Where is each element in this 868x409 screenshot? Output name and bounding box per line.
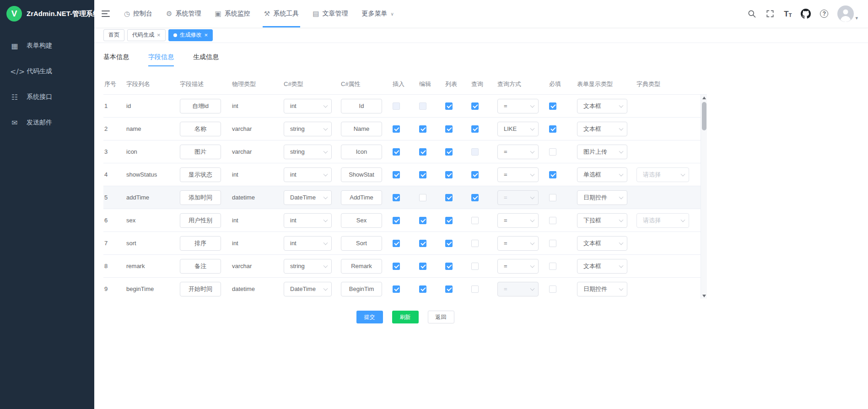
csharp-property-input[interactable]: Sex [341, 213, 382, 228]
csharp-property-input[interactable]: Remark [341, 259, 382, 274]
tab-gen-info[interactable]: 生成信息 [193, 50, 219, 66]
query-mode-select[interactable]: = [497, 213, 539, 228]
scrollbar-thumb[interactable] [702, 102, 706, 130]
scrollbar-down-arrow[interactable] [701, 292, 707, 299]
list-checkbox[interactable] [445, 125, 453, 133]
edit-checkbox[interactable] [419, 194, 426, 201]
required-checkbox[interactable] [549, 171, 556, 178]
insert-checkbox[interactable] [393, 148, 400, 156]
query-mode-select[interactable]: = [497, 167, 539, 182]
csharp-type-select[interactable]: int [284, 99, 332, 113]
nav-item-more-menu[interactable]: 更多菜单∨ [355, 0, 400, 27]
font-size-icon[interactable]: TT [784, 10, 792, 18]
insert-checkbox[interactable] [393, 217, 400, 224]
edit-checkbox[interactable] [419, 125, 426, 133]
sidebar-item-system-api[interactable]: ☷系统接口 [0, 84, 94, 110]
required-checkbox[interactable] [549, 125, 556, 133]
csharp-property-input[interactable]: Name [341, 122, 382, 136]
insert-checkbox[interactable] [393, 240, 400, 247]
fullscreen-icon[interactable] [766, 9, 775, 18]
sidebar-item-send-mail[interactable]: ✉发送邮件 [0, 110, 94, 135]
field-description-input[interactable]: 自增id [180, 99, 221, 113]
tag-代码生成[interactable]: 代码生成× [127, 29, 166, 41]
csharp-type-select[interactable]: string [284, 122, 332, 136]
display-type-select[interactable]: 单选框 [577, 167, 627, 182]
github-icon[interactable] [801, 9, 811, 19]
display-type-select[interactable]: 文本框 [577, 259, 627, 274]
field-description-input[interactable]: 名称 [180, 122, 221, 136]
required-checkbox[interactable] [549, 148, 556, 156]
list-checkbox[interactable] [445, 171, 453, 178]
list-checkbox[interactable] [445, 194, 453, 201]
nav-item-system-monitor[interactable]: ▣系统监控 [208, 0, 257, 27]
csharp-type-select[interactable]: int [284, 236, 332, 251]
field-description-input[interactable]: 排序 [180, 236, 221, 251]
tag-生成修改[interactable]: 生成修改× [168, 29, 213, 41]
list-checkbox[interactable] [445, 263, 453, 270]
query-checkbox[interactable] [471, 125, 479, 133]
required-checkbox[interactable] [549, 194, 556, 201]
help-icon[interactable]: ? [820, 10, 828, 18]
back-button[interactable]: 返回 [428, 311, 454, 323]
csharp-type-select[interactable]: int [284, 167, 332, 182]
sidebar-toggle-button[interactable] [94, 0, 117, 27]
list-checkbox[interactable] [445, 102, 453, 110]
csharp-property-input[interactable]: BeginTim [341, 282, 382, 296]
edit-checkbox[interactable] [419, 148, 426, 156]
tab-field-info[interactable]: 字段信息 [148, 50, 174, 66]
nav-item-article-manage[interactable]: ▤文章管理 [306, 0, 355, 27]
search-icon[interactable] [747, 9, 756, 18]
query-checkbox[interactable] [471, 171, 479, 178]
required-checkbox[interactable] [549, 285, 556, 293]
edit-checkbox[interactable] [419, 240, 426, 247]
field-description-input[interactable]: 显示状态 [180, 167, 221, 182]
display-type-select[interactable]: 图片上传 [577, 145, 627, 159]
csharp-property-input[interactable]: Id [341, 99, 382, 113]
edit-checkbox[interactable] [419, 217, 426, 224]
query-mode-select[interactable]: = [497, 145, 539, 159]
list-checkbox[interactable] [445, 148, 453, 156]
display-type-select[interactable]: 文本框 [577, 122, 627, 136]
field-description-input[interactable]: 图片 [180, 145, 221, 159]
field-description-input[interactable]: 备注 [180, 259, 221, 274]
field-description-input[interactable]: 添加时间 [180, 190, 221, 205]
query-mode-select[interactable]: = [497, 259, 539, 274]
edit-checkbox[interactable] [419, 263, 426, 270]
close-icon[interactable]: × [205, 32, 208, 38]
scrollbar-up-arrow[interactable] [701, 95, 707, 101]
display-type-select[interactable]: 文本框 [577, 236, 627, 251]
edit-checkbox[interactable] [419, 171, 426, 178]
csharp-type-select[interactable]: DateTime [284, 190, 332, 205]
query-mode-select[interactable]: = [497, 236, 539, 251]
display-type-select[interactable]: 日期控件 [577, 282, 627, 296]
required-checkbox[interactable] [549, 263, 556, 270]
csharp-property-input[interactable]: Icon [341, 145, 382, 159]
insert-checkbox[interactable] [393, 194, 400, 201]
query-checkbox[interactable] [471, 240, 479, 247]
list-checkbox[interactable] [445, 240, 453, 247]
query-checkbox[interactable] [471, 285, 479, 293]
sidebar-item-code-gen[interactable]: </>代码生成 [0, 59, 94, 84]
csharp-property-input[interactable]: Sort [341, 236, 382, 251]
csharp-type-select[interactable]: DateTime [284, 282, 332, 296]
insert-checkbox[interactable] [393, 125, 400, 133]
dict-type-select[interactable]: 请选择 [636, 213, 689, 228]
nav-item-system-tools[interactable]: ⚒系统工具 [257, 0, 306, 27]
csharp-property-input[interactable]: AddTime [341, 190, 382, 205]
nav-item-system-manage[interactable]: ⚙系统管理 [159, 0, 208, 27]
list-checkbox[interactable] [445, 285, 453, 293]
sidebar-item-form-build[interactable]: ▦表单构建 [0, 33, 94, 59]
edit-checkbox[interactable] [419, 285, 426, 293]
close-icon[interactable]: × [157, 32, 161, 38]
insert-checkbox[interactable] [393, 171, 400, 178]
required-checkbox[interactable] [549, 102, 556, 110]
field-description-input[interactable]: 用户性别 [180, 213, 221, 228]
query-checkbox[interactable] [471, 217, 479, 224]
required-checkbox[interactable] [549, 217, 556, 224]
dict-type-select[interactable]: 请选择 [636, 167, 689, 182]
list-checkbox[interactable] [445, 217, 453, 224]
query-checkbox[interactable] [471, 102, 479, 110]
csharp-type-select[interactable]: string [284, 145, 332, 159]
csharp-type-select[interactable]: string [284, 259, 332, 274]
display-type-select[interactable]: 文本框 [577, 99, 627, 113]
